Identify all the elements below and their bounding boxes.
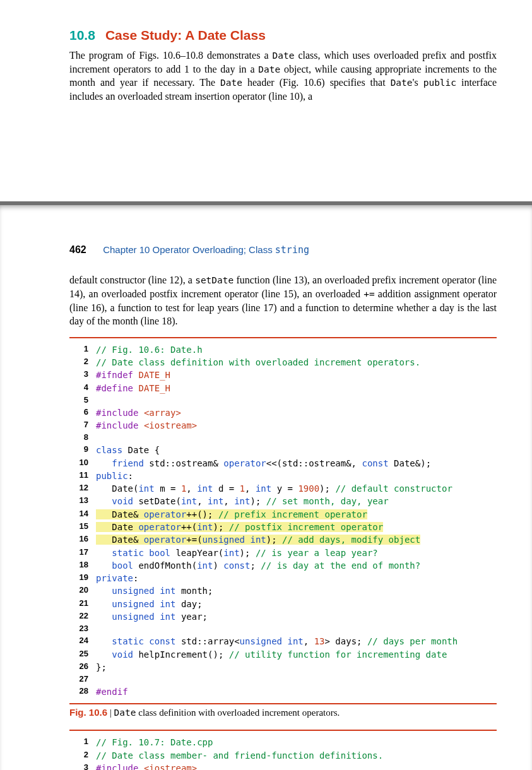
code-line: 11public: <box>69 470 497 482</box>
code-content: static const std::array<unsigned int, 13… <box>96 635 458 648</box>
line-number: 11 <box>69 470 96 482</box>
code-content: // Fig. 10.6: Date.h <box>96 343 203 356</box>
line-number: 25 <box>69 648 96 661</box>
line-number: 15 <box>69 521 96 533</box>
continuation-paragraph: default constructor (line 12), a setDate… <box>69 273 497 328</box>
code-content: // Date class member- and friend-functio… <box>96 749 383 762</box>
code-content: friend std::ostream& operator<<(std::ost… <box>96 457 431 470</box>
code-line: 6#include <array> <box>69 406 497 419</box>
code-inline: setDate <box>195 275 233 285</box>
code-content: unsigned int day; <box>96 598 203 610</box>
line-number: 3 <box>69 762 96 770</box>
code-line: 18 bool endOfMonth(int) const; // is day… <box>69 559 497 572</box>
line-number: 28 <box>69 685 96 698</box>
code-inline: Date <box>114 708 136 718</box>
line-number: 23 <box>69 623 96 635</box>
page-number: 462 <box>69 244 86 255</box>
code-content: Date operator++(int); // postfix increme… <box>96 521 383 533</box>
line-number: 9 <box>69 444 96 456</box>
code-line: 28#endif <box>69 685 497 698</box>
line-number: 2 <box>69 356 96 369</box>
line-number: 13 <box>69 495 96 507</box>
code-content: }; <box>96 661 107 673</box>
code-line: 5 <box>69 394 497 406</box>
line-number: 7 <box>69 419 96 432</box>
line-number: 21 <box>69 598 96 610</box>
code-line: 17 static bool leapYear(int); // is year… <box>69 547 497 559</box>
code-content: private: <box>96 572 138 584</box>
chapter-title: Chapter 10 Operator Overloading; Class s… <box>103 244 309 255</box>
code-content: Date(int m = 1, int d = 1, int y = 1900)… <box>96 482 452 495</box>
page-462: 462 Chapter 10 Operator Overloading; Cla… <box>0 201 532 770</box>
code-line: 26}; <box>69 661 497 673</box>
code-content: Date& operator++(); // prefix increment … <box>96 508 367 521</box>
code-content: #ifndef DATE_H <box>96 369 170 381</box>
code-line: 25 void helpIncrement(); // utility func… <box>69 648 497 661</box>
code-content: #include <iostream> <box>96 762 197 770</box>
highlighted-code: Date& operator+=(unsigned int); // add d… <box>96 535 420 545</box>
code-content: #define DATE_H <box>96 382 170 394</box>
code-line: 16 Date& operator+=(unsigned int); // ad… <box>69 533 497 546</box>
code-line: 3#ifndef DATE_H <box>69 369 497 381</box>
section-number: 10.8 <box>69 28 95 42</box>
code-line: 4#define DATE_H <box>69 382 497 394</box>
code-line: 9class Date { <box>69 444 497 456</box>
code-content: unsigned int year; <box>96 610 208 623</box>
line-number: 1 <box>69 343 96 356</box>
code-inline: Date <box>391 78 413 88</box>
code-listing-10-6: 1// Fig. 10.6: Date.h2// Date class defi… <box>69 337 497 705</box>
line-number: 20 <box>69 584 96 597</box>
code-line: 1// Fig. 10.6: Date.h <box>69 343 497 356</box>
code-inline: Date <box>258 64 280 74</box>
line-number: 8 <box>69 432 96 444</box>
line-number: 26 <box>69 661 96 673</box>
code-line: 23 <box>69 623 497 635</box>
code-line: 19private: <box>69 572 497 584</box>
document-sheet: 10.8 Case Study: A Date Class The progra… <box>0 0 532 770</box>
code-content: // Date class definition with overloaded… <box>96 356 420 369</box>
figure-caption-10-6: Fig. 10.6 | Date class definition with o… <box>69 707 497 718</box>
code-content: // Fig. 10.7: Date.cpp <box>96 736 213 749</box>
code-listing-10-7: 1// Fig. 10.7: Date.cpp2// Date class me… <box>69 730 497 770</box>
line-number: 6 <box>69 406 96 419</box>
running-header: 462 Chapter 10 Operator Overloading; Cla… <box>69 244 497 256</box>
text-run: | <box>107 708 114 718</box>
code-line: 24 static const std::array<unsigned int,… <box>69 635 497 648</box>
line-number: 10 <box>69 457 96 470</box>
code-line: 7#include <iostream> <box>69 419 497 432</box>
page-bottom-gap <box>69 107 497 195</box>
code-content: #endif <box>96 685 128 698</box>
code-content: #include <array> <box>96 406 181 419</box>
code-line: 1// Fig. 10.7: Date.cpp <box>69 736 497 749</box>
line-number: 14 <box>69 508 96 521</box>
code-inline: Date <box>273 50 295 61</box>
code-line: 2// Date class member- and friend-functi… <box>69 749 497 762</box>
line-number: 12 <box>69 482 96 495</box>
code-line: 8 <box>69 432 497 444</box>
line-number: 16 <box>69 533 96 546</box>
line-number: 24 <box>69 635 96 648</box>
line-number: 17 <box>69 547 96 559</box>
code-content: void helpIncrement(); // utility functio… <box>96 648 447 661</box>
code-line: 27 <box>69 673 497 685</box>
section-heading: 10.8 Case Study: A Date Class <box>69 21 497 45</box>
code-line: 21 unsigned int day; <box>69 598 497 610</box>
code-line: 2// Date class definition with overloade… <box>69 356 497 369</box>
code-line: 3#include <iostream> <box>69 762 497 770</box>
code-line: 15 Date operator++(int); // postfix incr… <box>69 521 497 533</box>
text-run: default constructor (line 12), a <box>69 275 195 285</box>
code-content: bool endOfMonth(int) const; // is day at… <box>96 559 420 572</box>
line-number: 19 <box>69 572 96 584</box>
code-line: 20 unsigned int month; <box>69 584 497 597</box>
line-number: 27 <box>69 673 96 685</box>
text-run: The program of Figs. 10.6–10.8 demonstra… <box>69 50 273 61</box>
figure-label: Fig. 10.6 <box>69 707 107 718</box>
code-line: 10 friend std::ostream& operator<<(std::… <box>69 457 497 470</box>
line-number: 3 <box>69 369 96 381</box>
highlighted-code: Date operator++(int); // postfix increme… <box>96 522 383 532</box>
text-run: 's <box>413 77 423 88</box>
text-run: Chapter 10 Operator Overloading; Class <box>103 244 275 255</box>
page-top-fragment: 10.8 Case Study: A Date Class The progra… <box>0 0 532 201</box>
code-line: 22 unsigned int year; <box>69 610 497 623</box>
section-title: Case Study: A Date Class <box>105 28 266 42</box>
